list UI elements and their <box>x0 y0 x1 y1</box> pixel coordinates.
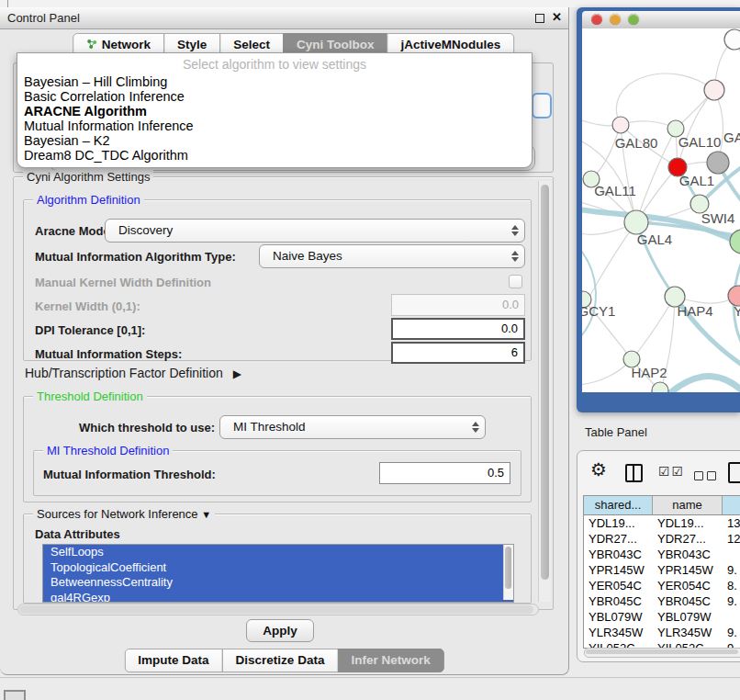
network-node-label: SWI4 <box>701 210 735 226</box>
cyni-algorithm-settings-title: Cyni Algorithm Settings <box>23 170 153 184</box>
select-all-checkboxes-icon[interactable]: ☑☑ <box>658 464 685 479</box>
aracne-mode-label: Aracne Mode: <box>35 224 114 238</box>
tab-infer-network[interactable]: Infer Network <box>337 649 443 672</box>
apply-button[interactable]: Apply <box>246 619 314 642</box>
settings-vertical-scrollbar-thumb[interactable] <box>541 185 549 580</box>
settings-horizontal-scrollbar-thumb[interactable] <box>19 605 533 614</box>
settings-horizontal-scrollbar[interactable] <box>17 604 539 615</box>
network-node[interactable] <box>704 80 724 100</box>
tab-discretize-data[interactable]: Discretize Data <box>222 649 339 672</box>
collapse-arrow-icon: ▼ <box>201 509 211 520</box>
algorithm-option[interactable]: Bayesian – K2 <box>17 133 532 148</box>
close-icon[interactable]: ✕ <box>552 10 562 24</box>
bottom-divider <box>0 677 740 678</box>
table-row[interactable]: YLR345WYLR345W9. <box>584 625 740 640</box>
network-edge <box>616 73 714 125</box>
expand-arrow-icon: ▶ <box>233 367 241 380</box>
aracne-mode-combo[interactable]: Discovery <box>105 219 525 243</box>
mi-steps-label: Mutual Information Steps: <box>35 347 182 361</box>
network-node[interactable] <box>612 117 629 133</box>
float-window-icon[interactable] <box>535 14 544 23</box>
which-threshold-combo[interactable]: MI Threshold <box>219 415 486 439</box>
network-node-label: HAP4 <box>677 303 712 319</box>
network-node-label: GAL <box>723 130 740 145</box>
network-node-label: GAL80 <box>615 135 658 151</box>
mi-threshold-field[interactable]: 0.5 <box>379 462 510 484</box>
list-vertical-scrollbar[interactable] <box>503 545 513 600</box>
network-node-label: GAL1 <box>679 173 714 188</box>
table-row[interactable]: YPR145WYPR145W9. <box>584 562 740 578</box>
network-edge <box>632 297 675 359</box>
algorithm-option[interactable]: ARACNE Algorithm <box>17 104 532 119</box>
hub-definition-row[interactable]: Hub/Transcription Factor Definition ▶ <box>25 366 241 380</box>
table-column-header[interactable] <box>723 496 740 514</box>
tab-impute-data[interactable]: Impute Data <box>124 649 222 672</box>
algorithm-option[interactable]: Dream8 DC_TDC Algorithm <box>17 148 532 163</box>
mac-close-button[interactable] <box>591 14 602 25</box>
mac-minimize-button[interactable] <box>610 14 621 25</box>
data-attributes-list[interactable]: SelfLoopsTopologicalCoefficientBetweenne… <box>42 544 514 603</box>
network-edge <box>591 125 621 179</box>
unchecked-box-icon <box>694 471 703 480</box>
network-node[interactable] <box>707 152 729 174</box>
table-row[interactable]: YER054CYER054C8. <box>584 578 740 593</box>
sources-title-text: Sources for Network Inference <box>37 507 198 521</box>
kernel-width-field[interactable]: 0.0 <box>391 294 525 316</box>
mac-zoom-button[interactable] <box>628 14 639 25</box>
attribute-list-item[interactable]: SelfLoops <box>43 545 513 560</box>
algorithm-option[interactable]: Mutual Information Inference <box>17 119 532 133</box>
table-row[interactable]: YBR043CYBR043C <box>584 547 740 562</box>
mi-threshold-label: Mutual Information Threshold: <box>43 468 216 481</box>
network-canvas[interactable]: GALGAL80GAL10GAL1GAL11SWI4GAL4GCY1HAP4YH… <box>582 28 740 392</box>
network-node-label: HAP2 <box>631 365 667 380</box>
table-row[interactable]: YDR27...YDR27...12 <box>584 531 740 547</box>
control-panel-titlebar: Control Panel ✕ <box>0 7 568 29</box>
table-cell: YER054C <box>584 578 653 593</box>
tab-label: Select <box>233 38 270 51</box>
table-cell: YBR043C <box>584 547 653 562</box>
table-cell: 13 <box>723 515 740 531</box>
algorithm-option[interactable]: Basic Correlation Inference <box>17 89 532 104</box>
bottom-tab-bar: Impute DataDiscretize DataInfer Network <box>124 649 443 672</box>
table-body: YDL19...YDL19...13YDR27...YDR27...12YBR0… <box>584 515 740 649</box>
attribute-list-item[interactable]: gal4RGexp <box>43 591 513 604</box>
network-graph: GALGAL80GAL10GAL1GAL11SWI4GAL4GCY1HAP4YH… <box>582 28 740 392</box>
table-header-row: shared...name <box>584 496 740 515</box>
settings-vertical-scrollbar[interactable] <box>538 181 551 602</box>
table-row[interactable]: YBL079WYBL079W <box>584 609 740 625</box>
table-row[interactable]: YBR045CYBR045C9. <box>584 593 740 609</box>
tab-label: Cyni Toolbox <box>297 38 375 51</box>
unchecked-box-icon <box>707 471 716 480</box>
sources-title[interactable]: Sources for Network Inference ▼ <box>33 507 215 521</box>
table-column-header[interactable]: name <box>653 496 723 514</box>
tab-label: Network <box>102 38 151 51</box>
table-cell: 9. <box>723 625 740 640</box>
dpi-tolerance-field[interactable]: 0.0 <box>391 318 525 340</box>
table-cell: YBR045C <box>653 593 723 609</box>
combo-arrows-icon <box>471 421 478 434</box>
algorithm-option[interactable]: Bayesian – Hill Climbing <box>17 74 532 89</box>
gear-icon[interactable]: ⚙ <box>590 458 607 480</box>
attribute-list-item[interactable]: TopologicalCoefficient <box>43 560 513 576</box>
table-cell: 9. <box>723 562 740 578</box>
table-horizontal-scrollbar-thumb[interactable] <box>586 649 738 654</box>
algorithm-definition-group: Algorithm Definition Aracne Mode: Discov… <box>23 199 532 361</box>
manual-kernel-checkbox[interactable] <box>509 275 522 288</box>
focused-combo-fragment[interactable] <box>532 93 552 119</box>
list-scrollbar-thumb[interactable] <box>505 547 511 589</box>
table-column-header[interactable]: shared... <box>584 496 653 514</box>
table-row[interactable]: YDL19...YDL19...13 <box>584 515 740 531</box>
attribute-list-item[interactable]: BetweennessCentrality <box>43 575 513 591</box>
table-horizontal-scrollbar[interactable] <box>584 648 740 658</box>
columns-icon[interactable] <box>625 464 643 482</box>
threshold-definition-title: Threshold Definition <box>33 390 147 403</box>
mi-steps-field[interactable]: 6 <box>391 342 525 364</box>
table-cell <box>723 609 740 625</box>
network-node[interactable] <box>652 382 668 392</box>
table-cell: YDR27... <box>653 531 723 547</box>
document-icon[interactable] <box>728 462 740 483</box>
deselect-all-checkboxes-icon[interactable] <box>694 468 720 484</box>
bottom-left-button-fragment[interactable] <box>4 690 26 700</box>
mi-type-combo[interactable]: Naive Bayes <box>259 244 525 268</box>
network-node[interactable] <box>724 29 740 50</box>
